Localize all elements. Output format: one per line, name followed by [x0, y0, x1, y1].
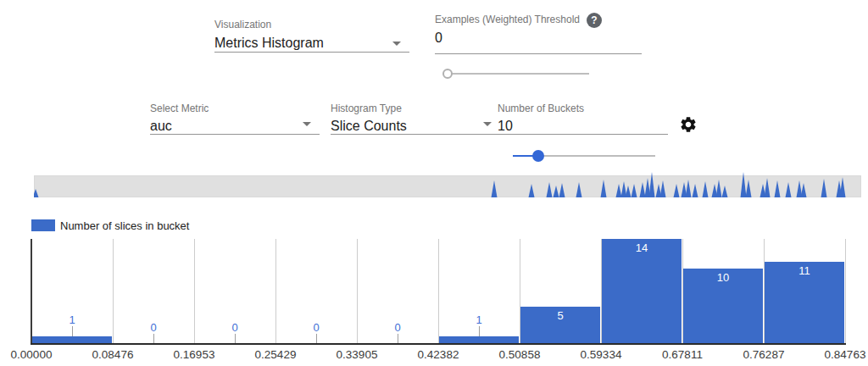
- visualization-value[interactable]: Metrics Histogram: [214, 36, 409, 51]
- overview-spike: [626, 186, 632, 197]
- overview-spike: [686, 180, 692, 197]
- x-axis-tick-label: 0.00000: [0, 348, 72, 361]
- histogram-bar[interactable]: [683, 269, 763, 344]
- field-underline: [331, 134, 500, 135]
- histogram-bar[interactable]: [439, 336, 519, 344]
- overview-spike: [34, 189, 39, 197]
- overview-spike: [492, 180, 498, 197]
- threshold-field: Examples (Weighted) Threshold: [435, 14, 642, 25]
- overview-spike: [693, 184, 698, 197]
- num-buckets-field: Number of Buckets: [498, 101, 668, 114]
- annotation-stem: [398, 334, 398, 344]
- visualization-dropdown[interactable]: Visualization Metrics Histogram: [214, 19, 409, 30]
- field-underline: [150, 134, 320, 135]
- overview-spike: [601, 180, 607, 197]
- x-axis-tick-label: 0.25429: [235, 348, 316, 361]
- num-buckets-slider[interactable]: [507, 149, 655, 161]
- slider-knob[interactable]: [532, 150, 544, 162]
- overview-spike: [616, 184, 622, 197]
- histogram-type-dropdown[interactable]: Histogram Type Slice Counts: [331, 101, 500, 114]
- visualization-label: Visualization: [214, 19, 409, 30]
- y-axis-line: [31, 239, 32, 344]
- threshold-input[interactable]: [435, 30, 642, 46]
- legend-label: Number of slices in bucket: [60, 219, 189, 232]
- select-metric-value[interactable]: auc: [150, 119, 320, 134]
- chevron-down-icon[interactable]: [303, 122, 311, 126]
- chart-legend: Number of slices in bucket: [31, 219, 189, 232]
- annotation-stem: [479, 326, 480, 336]
- overview-spike: [840, 177, 846, 197]
- x-axis-tick-label: 0.84763: [804, 348, 868, 361]
- annotation-stem: [72, 326, 73, 336]
- chevron-down-icon[interactable]: [483, 122, 492, 126]
- threshold-label: Examples (Weighted) Threshold: [435, 14, 642, 25]
- overview-spike: [554, 186, 559, 197]
- legend-swatch: [31, 219, 55, 231]
- slider-knob[interactable]: [442, 69, 453, 79]
- overview-spike: [786, 182, 792, 197]
- histogram-bar[interactable]: [32, 336, 112, 344]
- histogram-bar[interactable]: [765, 262, 844, 344]
- x-axis-tick-label: 0.42382: [398, 348, 479, 361]
- bar-value-label: 0: [218, 321, 252, 334]
- num-buckets-label: Number of Buckets: [498, 103, 668, 114]
- x-axis-tick-label: 0.59334: [560, 348, 642, 361]
- bar-value-label: 0: [136, 321, 170, 334]
- overview-spikes: [34, 169, 861, 198]
- x-axis-tick-label: 0.33905: [316, 348, 398, 361]
- annotation-stem: [235, 334, 236, 344]
- overview-spike: [765, 178, 771, 197]
- num-buckets-input[interactable]: [498, 119, 668, 134]
- metrics-histogram-page: Visualization Metrics Histogram Examples…: [0, 0, 868, 366]
- gridline: [194, 239, 195, 344]
- field-underline: [435, 53, 642, 54]
- gridline: [438, 239, 439, 344]
- overview-spike: [674, 184, 680, 197]
- overview-spike: [746, 180, 752, 197]
- histogram-bar[interactable]: [602, 239, 682, 344]
- overview-spike: [775, 180, 781, 197]
- overview-spike: [703, 181, 709, 197]
- gridline: [845, 239, 846, 344]
- overview-spike: [649, 172, 655, 197]
- gridline: [357, 239, 358, 344]
- gridline: [113, 239, 114, 344]
- threshold-slider[interactable]: [442, 69, 589, 79]
- field-underline: [214, 52, 409, 53]
- field-underline: [498, 134, 668, 135]
- settings-gear-icon[interactable]: [679, 115, 698, 134]
- bar-value-label: 1: [462, 313, 496, 326]
- bar-value-label: 0: [381, 321, 415, 334]
- slider-track[interactable]: [448, 73, 589, 75]
- histogram-bar[interactable]: [520, 307, 600, 344]
- x-axis-tick-label: 0.76287: [723, 348, 804, 361]
- overview-spike: [716, 180, 722, 197]
- bar-value-label: 0: [299, 321, 333, 334]
- overview-spike: [529, 184, 535, 197]
- overview-spike: [821, 179, 827, 197]
- metric-overview-strip[interactable]: [34, 169, 861, 198]
- overview-spike: [632, 184, 637, 197]
- overview-spike: [640, 182, 646, 197]
- histogram-type-value[interactable]: Slice Counts: [331, 119, 500, 134]
- chevron-down-icon[interactable]: [392, 42, 401, 46]
- gear-icon: [679, 115, 698, 134]
- overview-spike: [722, 186, 728, 197]
- select-metric-label: Select Metric: [150, 103, 320, 114]
- select-metric-dropdown[interactable]: Select Metric auc: [150, 101, 320, 114]
- overview-spike: [547, 182, 553, 197]
- x-axis-tick-label: 0.08476: [72, 348, 153, 361]
- x-axis-tick-label: 0.67811: [642, 348, 723, 361]
- overview-spike: [741, 172, 747, 197]
- bar-value-label: 1: [55, 313, 89, 326]
- x-axis-tick-label: 0.16953: [153, 348, 235, 361]
- overview-spike: [801, 183, 807, 197]
- gridline: [275, 239, 276, 344]
- overview-spike: [576, 182, 582, 197]
- annotation-stem: [153, 334, 154, 344]
- help-icon[interactable]: ?: [587, 13, 602, 28]
- overview-spike: [660, 180, 666, 197]
- overview-spike: [559, 183, 565, 197]
- annotation-stem: [316, 334, 317, 344]
- x-axis-tick-label: 0.50858: [479, 348, 560, 361]
